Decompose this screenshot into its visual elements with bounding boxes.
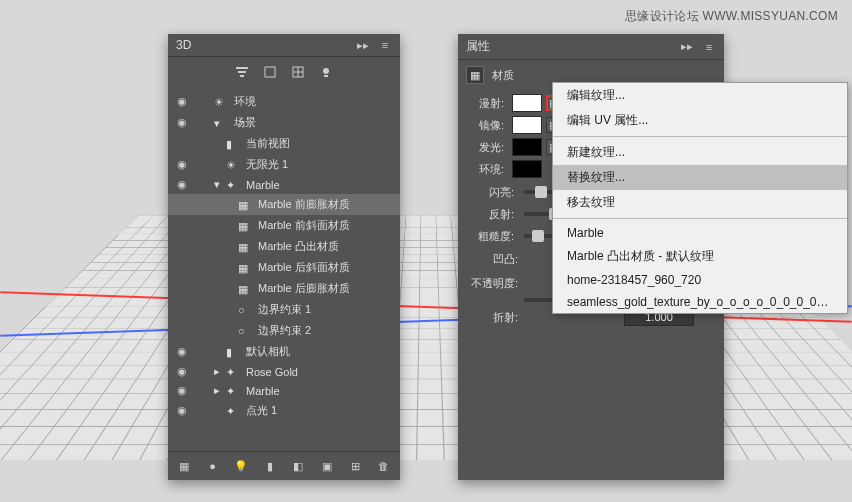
svg-rect-1 xyxy=(238,71,246,73)
material-icon: ▦ xyxy=(466,66,484,84)
tree-scene[interactable]: ◉▾场景 xyxy=(168,112,400,133)
tree-default-camera[interactable]: ◉▮默认相机 xyxy=(168,341,400,362)
eye-icon[interactable]: ◉ xyxy=(174,158,190,171)
sphere-icon[interactable]: ● xyxy=(205,458,221,474)
eye-icon[interactable]: ◉ xyxy=(174,384,190,397)
tree-current-view[interactable]: ▮当前视图 xyxy=(168,133,400,154)
watermark: 思缘设计论坛 WWW.MISSYUAN.COM xyxy=(625,8,838,25)
panel-menu-icon[interactable]: ≡ xyxy=(702,40,716,54)
eye-icon[interactable]: ◉ xyxy=(174,404,190,417)
tree-marble-back-extrude[interactable]: ▦Marble 后膨胀材质 xyxy=(168,278,400,299)
menu-texture-item[interactable]: home-2318457_960_720 xyxy=(553,269,847,291)
filter-2-icon[interactable] xyxy=(263,65,277,79)
menu-edit-texture[interactable]: 编辑纹理... xyxy=(553,83,847,108)
chevron-right-icon[interactable]: ▸▸ xyxy=(680,40,694,54)
render-icon[interactable]: ▣ xyxy=(319,458,335,474)
svg-rect-3 xyxy=(265,67,275,77)
tree-marble-front-extrude[interactable]: ▦Marble 前膨胀材质 xyxy=(168,194,400,215)
menu-edit-uv[interactable]: 编辑 UV 属性... xyxy=(553,108,847,133)
tree-marble[interactable]: ◉▾✦Marble xyxy=(168,175,400,194)
menu-texture-item[interactable]: seamless_gold_texture_by_o_o_o_o_0_0_0_0… xyxy=(553,291,847,313)
panel-3d-title: 3D xyxy=(176,38,356,52)
emission-swatch[interactable] xyxy=(512,138,542,156)
panel-3d-bottom-toolbar: ▦ ● 💡 ▮ ◧ ▣ ⊞ 🗑 xyxy=(168,451,400,480)
color-icon[interactable]: ◧ xyxy=(290,458,306,474)
tree-boundary-1[interactable]: ○边界约束 1 xyxy=(168,299,400,320)
ambient-swatch[interactable] xyxy=(512,160,542,178)
light-icon[interactable] xyxy=(319,65,333,79)
diffuse-swatch[interactable] xyxy=(512,94,542,112)
menu-texture-item[interactable]: Marble 凸出材质 - 默认纹理 xyxy=(553,244,847,269)
tree-marble-front-bevel[interactable]: ▦Marble 前斜面材质 xyxy=(168,215,400,236)
menu-texture-item[interactable]: Marble xyxy=(553,222,847,244)
chevron-right-icon[interactable]: ▸▸ xyxy=(356,38,370,52)
svg-rect-8 xyxy=(324,75,328,77)
tree-boundary-2[interactable]: ○边界约束 2 xyxy=(168,320,400,341)
camera-icon[interactable]: ▮ xyxy=(262,458,278,474)
svg-rect-0 xyxy=(236,67,248,69)
texture-context-menu: 编辑纹理... 编辑 UV 属性... 新建纹理... 替换纹理... 移去纹理… xyxy=(552,82,848,314)
menu-remove-texture[interactable]: 移去纹理 xyxy=(553,190,847,215)
svg-point-7 xyxy=(323,68,329,74)
panel-3d-top-toolbar xyxy=(168,57,400,87)
tree-marble-back-bevel[interactable]: ▦Marble 后斜面材质 xyxy=(168,257,400,278)
material-sub-title: 材质 xyxy=(492,68,514,83)
eye-icon[interactable]: ◉ xyxy=(174,116,190,129)
tree-marble-2[interactable]: ◉▸✦Marble xyxy=(168,381,400,400)
tree-infinite-light[interactable]: ◉☀无限光 1 xyxy=(168,154,400,175)
tree-marble-extrude[interactable]: ▦Marble 凸出材质 xyxy=(168,236,400,257)
eye-icon[interactable]: ◉ xyxy=(174,365,190,378)
mesh-icon[interactable]: ▦ xyxy=(176,458,192,474)
eye-icon[interactable]: ◉ xyxy=(174,178,190,191)
panel-properties-title: 属性 xyxy=(466,38,680,55)
svg-rect-2 xyxy=(240,75,244,77)
tree-point-light[interactable]: ◉✦点光 1 xyxy=(168,400,400,421)
tree-rose-gold[interactable]: ◉▸✦Rose Gold xyxy=(168,362,400,381)
specular-swatch[interactable] xyxy=(512,116,542,134)
tree-environment[interactable]: ◉☀环境 xyxy=(168,91,400,112)
mesh-icon[interactable] xyxy=(291,65,305,79)
menu-new-texture[interactable]: 新建纹理... xyxy=(553,140,847,165)
eye-icon[interactable]: ◉ xyxy=(174,345,190,358)
trash-icon[interactable]: 🗑 xyxy=(376,458,392,474)
panel-menu-icon[interactable]: ≡ xyxy=(378,38,392,52)
scene-tree: ◉☀环境 ◉▾场景 ▮当前视图 ◉☀无限光 1 ◉▾✦Marble ▦Marbl… xyxy=(168,87,400,451)
light-icon[interactable]: 💡 xyxy=(233,458,249,474)
panel-3d: 3D ▸▸ ≡ ◉☀环境 ◉▾场景 ▮当前视图 ◉☀无限光 1 ◉▾✦Marbl… xyxy=(168,34,400,480)
new-icon[interactable]: ⊞ xyxy=(347,458,363,474)
menu-replace-texture[interactable]: 替换纹理... xyxy=(553,165,847,190)
eye-icon[interactable]: ◉ xyxy=(174,95,190,108)
filter-1-icon[interactable] xyxy=(235,65,249,79)
